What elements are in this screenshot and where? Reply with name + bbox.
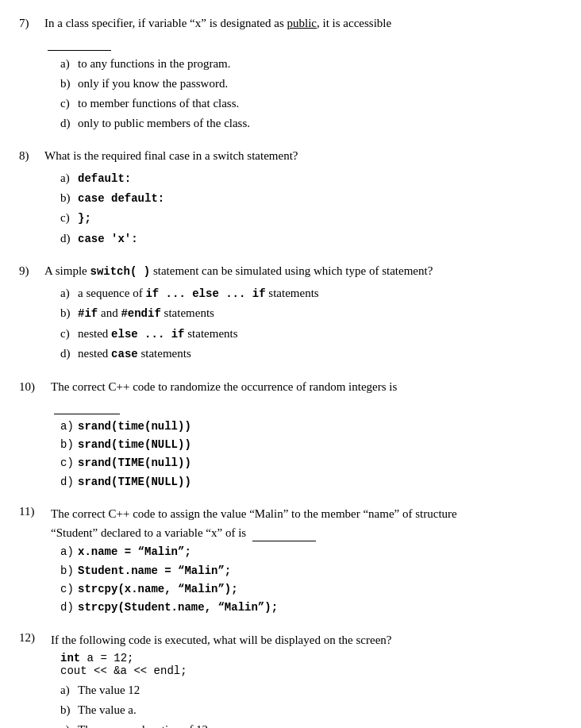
opt-label: d) <box>60 344 75 363</box>
opt-text: The value 12 <box>78 680 562 699</box>
list-item: c) to member functions of that class. <box>60 94 562 113</box>
code-line: int a = 12; <box>60 652 562 664</box>
q8-options: a) default: b) case default: c) }; d) ca… <box>60 168 562 248</box>
list-item: b) case default: <box>60 188 562 207</box>
list-item: b) srand(time(NULL)) <box>60 436 562 453</box>
opt-label: b) <box>60 303 75 322</box>
opt-label: d) <box>60 114 75 133</box>
opt-label: c) <box>60 208 75 227</box>
opt-text: to member functions of that class. <box>78 94 562 113</box>
opt-text: strcpy(x.name, “Malin”); <box>78 580 562 598</box>
q12-options: a) The value 12 b) The value a. c) The m… <box>60 680 562 728</box>
opt-text: srand(TIME(NULL)) <box>78 473 562 491</box>
list-item: a) The value 12 <box>60 680 562 699</box>
opt-text: nested else ... if statements <box>78 324 562 343</box>
opt-label: c) <box>60 720 75 728</box>
q12-code: int a = 12; cout << &a << endl; <box>60 652 562 677</box>
list-item: a) a sequence of if ... else ... if stat… <box>60 283 562 302</box>
opt-text: srand(time(NULL)) <box>78 436 562 453</box>
q7-blank <box>48 33 111 52</box>
q7-number: 7) <box>19 14 41 51</box>
question-7: 7) In a class specifier, if variable “x”… <box>19 14 562 133</box>
opt-text: #if and #endif statements <box>78 303 562 322</box>
q11-content: The correct C++ code to assign the value… <box>51 505 457 541</box>
code-line: cout << &a << endl; <box>60 664 562 677</box>
list-item: a) srand(time(null)) <box>60 418 562 435</box>
q8-text: 8) What is the required final case in a … <box>19 147 562 165</box>
list-item: c) }; <box>60 208 562 227</box>
list-item: d) case 'x': <box>60 229 562 248</box>
list-item: b) only if you know the password. <box>60 74 562 93</box>
opt-text: Student.name = “Malin”; <box>78 562 562 580</box>
q11-options: a) x.name = “Malin”; b) Student.name = “… <box>60 543 562 617</box>
opt-label: a) <box>60 418 75 435</box>
opt-text: The value a. <box>78 700 562 719</box>
q10-options: a) srand(time(null)) b) srand(time(NULL)… <box>60 418 562 491</box>
q10-content: The correct C++ code to randomize the oc… <box>51 378 562 414</box>
list-item: c) nested else ... if statements <box>60 324 562 343</box>
list-item: d) srand(TIME(NULL)) <box>60 473 562 491</box>
q12-content: If the following code is executed, what … <box>51 631 391 649</box>
opt-label: d) <box>60 599 75 616</box>
q7-text: 7) In a class specifier, if variable “x”… <box>19 14 562 51</box>
opt-label: d) <box>60 473 75 491</box>
q10-blank <box>54 395 120 414</box>
list-item: c) The memory location of 12. <box>60 720 562 728</box>
list-item: d) strcpy(Student.name, “Malin”); <box>60 599 562 616</box>
opt-label: c) <box>60 94 75 113</box>
question-10: 10) The correct C++ code to randomize th… <box>19 378 562 491</box>
list-item: d) nested case statements <box>60 344 562 363</box>
q7-content: In a class specifier, if variable “x” is… <box>44 14 562 51</box>
opt-text: x.name = “Malin”; <box>78 543 562 560</box>
q9-number: 9) <box>19 262 41 280</box>
opt-label: a) <box>60 168 75 187</box>
list-item: b) The value a. <box>60 700 562 719</box>
opt-label: b) <box>60 188 75 207</box>
opt-text: }; <box>78 208 562 227</box>
opt-text: default: <box>78 168 562 187</box>
opt-label: b) <box>60 74 75 93</box>
q12-text-block: 12) If the following code is executed, w… <box>19 631 562 649</box>
q9-text: 9) A simple switch( ) statement can be s… <box>19 262 562 280</box>
opt-text: a sequence of if ... else ... if stateme… <box>78 283 562 302</box>
q7-options: a) to any functions in the program. b) o… <box>60 54 562 133</box>
opt-text: to any functions in the program. <box>78 54 562 73</box>
q11-blank <box>252 523 316 542</box>
opt-text: srand(TIME(null)) <box>78 454 562 472</box>
q10-number: 10) <box>19 378 48 414</box>
q8-content: What is the required final case in a swi… <box>44 147 562 165</box>
opt-label: a) <box>60 283 75 302</box>
question-8: 8) What is the required final case in a … <box>19 147 562 248</box>
list-item: d) only to public members of the class. <box>60 114 562 133</box>
opt-text: The memory location of 12. <box>78 720 562 728</box>
list-item: a) x.name = “Malin”; <box>60 543 562 560</box>
q9-options: a) a sequence of if ... else ... if stat… <box>60 283 562 364</box>
opt-label: a) <box>60 54 75 73</box>
opt-label: a) <box>60 543 75 560</box>
question-12: 12) If the following code is executed, w… <box>19 631 562 728</box>
opt-text: case 'x': <box>78 229 562 248</box>
list-item: c) strcpy(x.name, “Malin”); <box>60 580 562 598</box>
opt-text: strcpy(Student.name, “Malin”); <box>78 599 562 616</box>
q12-number: 12) <box>19 631 48 649</box>
opt-label: c) <box>60 324 75 343</box>
opt-text: case default: <box>78 188 562 207</box>
opt-label: c) <box>60 580 75 598</box>
opt-label: b) <box>60 436 75 453</box>
opt-label: a) <box>60 680 75 699</box>
opt-text: only if you know the password. <box>78 74 562 93</box>
opt-label: b) <box>60 562 75 580</box>
list-item: a) to any functions in the program. <box>60 54 562 73</box>
opt-label: c) <box>60 454 75 472</box>
opt-text: only to public members of the class. <box>78 114 562 133</box>
question-9: 9) A simple switch( ) statement can be s… <box>19 262 562 364</box>
question-11: 11) The correct C++ code to assign the v… <box>19 505 562 617</box>
list-item: b) #if and #endif statements <box>60 303 562 322</box>
list-item: b) Student.name = “Malin”; <box>60 562 562 580</box>
list-item: c) srand(TIME(null)) <box>60 454 562 472</box>
q11-number: 11) <box>19 505 48 541</box>
q10-text: 10) The correct C++ code to randomize th… <box>19 378 562 414</box>
q8-number: 8) <box>19 147 41 165</box>
q11-text-block: 11) The correct C++ code to assign the v… <box>19 505 562 541</box>
opt-label: b) <box>60 700 75 719</box>
